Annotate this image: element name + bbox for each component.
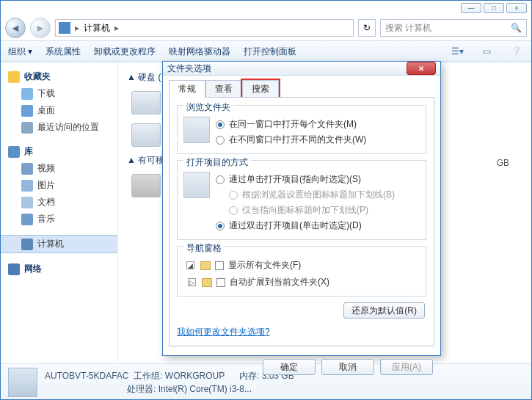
radio-underline-hover: 仅当指向图标标题时加下划线(P) <box>216 203 395 218</box>
free-space-label: GB <box>497 158 509 168</box>
help-link[interactable]: 我如何更改文件夹选项? <box>177 327 270 337</box>
cpu-value: Intel(R) Core(TM) i3-8... <box>158 384 252 394</box>
video-icon <box>21 163 33 175</box>
computer-name: AUTOBVT-5KDAFAC <box>45 371 128 381</box>
legend-nav: 导航窗格 <box>183 242 225 255</box>
tab-general[interactable]: 常规 <box>169 80 205 98</box>
check-show-all-folders[interactable]: ◢显示所有文件夹(F) <box>186 258 420 273</box>
folder-options-dialog: 文件夹选项 ✕ 常规 查看 搜索 浏览文件夹 在同一窗口中打开每个文件夹(M) … <box>162 61 441 356</box>
system-properties[interactable]: 系统属性 <box>45 46 81 58</box>
drive-icon <box>131 123 161 147</box>
radio-underline-browser: 根据浏览器设置给图标标题加下划线(B) <box>216 187 395 203</box>
sidebar-item-videos[interactable]: 视频 <box>1 160 117 177</box>
ok-button[interactable]: 确定 <box>263 359 316 375</box>
radio-new-window[interactable]: 在不同窗口中打开不同的文件夹(W) <box>216 132 366 148</box>
click-icon <box>183 172 210 198</box>
uninstall-programs[interactable]: 卸载或更改程序 <box>94 46 156 58</box>
radio-icon <box>216 222 225 230</box>
tree-collapse-icon[interactable]: ◢ <box>186 261 194 269</box>
network-icon <box>8 263 20 275</box>
picture-icon <box>21 180 33 192</box>
radio-double-click[interactable]: 通过双击打开项目(单击时选定)(D) <box>216 218 395 233</box>
sidebar-item-downloads[interactable]: 下载 <box>1 85 117 102</box>
close-button[interactable]: × <box>506 3 527 13</box>
sidebar-item-documents[interactable]: 文档 <box>1 194 117 211</box>
document-icon <box>21 197 33 208</box>
sidebar-libraries[interactable]: 库 <box>1 143 117 160</box>
radio-icon <box>229 206 238 215</box>
minimize-button[interactable]: — <box>461 3 481 13</box>
sidebar-item-recent[interactable]: 最近访问的位置 <box>1 119 117 136</box>
help-icon[interactable]: ❔ <box>508 45 524 58</box>
fieldset-browse: 浏览文件夹 在同一窗口中打开每个文件夹(M) 在不同窗口中打开不同的文件夹(W) <box>177 105 426 154</box>
tab-search[interactable]: 搜索 <box>242 80 279 98</box>
maximize-button[interactable]: □ <box>484 3 504 13</box>
tree-expand-icon[interactable]: ▷ <box>188 278 196 286</box>
address-bar[interactable]: ▸ 计算机 ▸ <box>55 19 354 37</box>
cpu-label: 处理器: <box>127 384 156 394</box>
sidebar-network[interactable]: 网络 <box>1 261 117 277</box>
radio-single-click[interactable]: 通过单击打开项目(指向时选定)(S) <box>216 172 395 187</box>
legend-click: 打开项目的方式 <box>183 156 251 169</box>
checkbox-icon[interactable] <box>215 261 224 270</box>
dialog-title: 文件夹选项 <box>167 62 407 75</box>
fieldset-nav-pane: 导航窗格 ◢显示所有文件夹(F) ▷自动扩展到当前文件夹(X) <box>177 246 426 297</box>
legend-browse: 浏览文件夹 <box>183 101 233 114</box>
preview-pane-icon[interactable]: ▭ <box>478 45 495 58</box>
sidebar-item-computer[interactable]: 计算机 <box>1 235 117 253</box>
cancel-button[interactable]: 取消 <box>321 359 374 375</box>
computer-icon <box>21 239 33 250</box>
radio-icon <box>229 191 238 200</box>
fieldset-click: 打开项目的方式 通过单击打开项目(指向时选定)(S) 根据浏览器设置给图标标题加… <box>177 160 426 240</box>
sidebar: 收藏夹 下载 桌面 最近访问的位置 库 视频 图片 文档 音乐 计算机 网络 <box>1 62 118 363</box>
dialog-titlebar[interactable]: 文件夹选项 ✕ <box>163 62 440 76</box>
radio-same-window[interactable]: 在同一窗口中打开每个文件夹(M) <box>216 117 366 132</box>
radio-icon <box>216 120 225 129</box>
apply-button[interactable]: 应用(A) <box>380 359 433 375</box>
check-auto-expand[interactable]: ▷自动扩展到当前文件夹(X) <box>186 274 420 290</box>
breadcrumb-location[interactable]: 计算机 <box>84 22 110 34</box>
sidebar-item-music[interactable]: 音乐 <box>1 211 117 228</box>
search-placeholder: 搜索 计算机 <box>385 22 431 34</box>
search-box[interactable]: 搜索 计算机 🔍 <box>380 19 527 37</box>
desktop-icon <box>21 105 33 117</box>
dvd-icon <box>131 174 161 197</box>
address-row: ◄ ► ▸ 计算机 ▸ ↻ 搜索 计算机 🔍 <box>1 15 531 40</box>
back-button[interactable]: ◄ <box>5 18 26 38</box>
organize-menu[interactable]: 组织 ▾ <box>8 46 32 58</box>
computer-icon <box>59 22 70 34</box>
tab-view[interactable]: 查看 <box>205 80 242 98</box>
drive-icon <box>131 91 161 114</box>
checkbox-icon[interactable] <box>216 278 225 287</box>
refresh-button[interactable]: ↻ <box>358 19 376 37</box>
toolbar: 组织 ▾ 系统属性 卸载或更改程序 映射网络驱动器 打开控制面板 ☰▾ ▭ ❔ <box>1 40 531 62</box>
music-icon <box>21 214 33 225</box>
window-titlebar: — □ × <box>1 1 531 15</box>
computer-large-icon <box>8 368 37 397</box>
breadcrumb-sep: ▸ <box>114 23 119 33</box>
workgroup-label: 工作组: <box>134 371 162 381</box>
view-mode-icon[interactable]: ☰▾ <box>449 45 465 58</box>
dialog-body: 浏览文件夹 在同一窗口中打开每个文件夹(M) 在不同窗口中打开不同的文件夹(W)… <box>169 97 434 346</box>
breadcrumb-sep: ▸ <box>75 23 79 33</box>
radio-icon <box>216 136 225 145</box>
radio-icon <box>216 175 225 184</box>
sidebar-favorites[interactable]: 收藏夹 <box>1 68 117 85</box>
folder-icon <box>202 278 212 287</box>
downloads-icon <box>21 88 33 100</box>
forward-button[interactable]: ► <box>30 18 51 38</box>
restore-defaults-button[interactable]: 还原为默认值(R) <box>343 302 425 319</box>
folder-icon <box>200 261 211 270</box>
search-icon: 🔍 <box>511 23 522 33</box>
map-network-drive[interactable]: 映射网络驱动器 <box>169 46 230 58</box>
open-control-panel[interactable]: 打开控制面板 <box>244 46 296 58</box>
recent-icon <box>21 122 33 134</box>
tab-strip: 常规 查看 搜索 <box>163 76 440 98</box>
dialog-close-button[interactable]: ✕ <box>407 62 436 75</box>
library-icon <box>8 146 20 158</box>
sidebar-item-desktop[interactable]: 桌面 <box>1 102 117 119</box>
sidebar-item-pictures[interactable]: 图片 <box>1 177 117 194</box>
dialog-footer: 确定 取消 应用(A) <box>163 353 440 382</box>
star-icon <box>8 71 20 83</box>
browse-folders-icon <box>183 117 210 143</box>
